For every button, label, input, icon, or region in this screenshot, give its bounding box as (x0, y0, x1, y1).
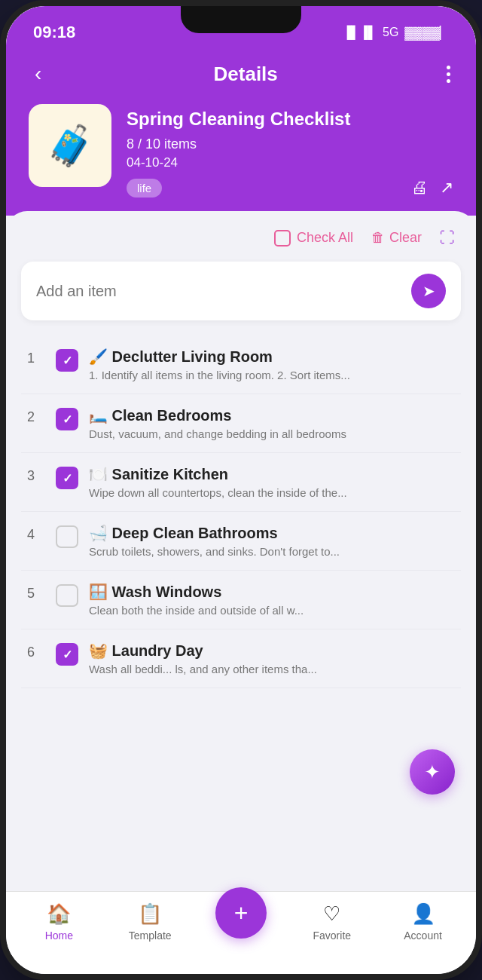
status-icons: ▐▌▐▌ 5G ▓▓▓▓▏ (343, 26, 449, 40)
nav-favorite-label: Favorite (313, 929, 351, 942)
send-icon: ➤ (423, 282, 435, 300)
nav-home-label: Home (45, 929, 73, 942)
add-item-container: ➤ (21, 262, 461, 320)
more-dot (447, 72, 450, 76)
checklist-details: Spring Cleaning Checklist 8 / 10 items 0… (127, 104, 453, 198)
list-item[interactable]: 4 🛁 Deep Clean Bathrooms Scrub toilets, … (21, 512, 461, 571)
clear-label: Clear (389, 230, 422, 246)
item-content: 🛏️ Clean Bedrooms Dust, vacuum, and chan… (89, 406, 455, 440)
checklist-footer: life 🖨 ↗ (127, 178, 453, 198)
status-time: 09:18 (33, 23, 75, 42)
more-button[interactable] (444, 63, 453, 86)
header: ‹ Details 🧳 Spring Cleaning Checklist 8 … (6, 51, 476, 216)
back-button[interactable]: ‹ (29, 59, 47, 89)
signal-icon: ▐▌▐▌ (343, 26, 377, 39)
item-checkbox[interactable]: ✓ (56, 408, 78, 430)
item-content: 🍽️ Sanitize Kitchen Wipe down all counte… (89, 465, 455, 499)
trash-icon: 🗑 (371, 230, 385, 246)
item-number: 1 (27, 351, 45, 366)
item-desc: Clean both the inside and outside of all… (89, 604, 360, 617)
item-number: 6 (27, 645, 45, 660)
nav-favorite[interactable]: ♡ Favorite (302, 902, 362, 942)
nav-template[interactable]: 📋 Template (120, 902, 180, 942)
item-title: 🛏️ Clean Bedrooms (89, 406, 455, 424)
sparkle-fab-button[interactable]: ✦ (410, 749, 455, 795)
add-icon: + (234, 899, 249, 927)
item-checkbox[interactable]: ✓ (56, 643, 78, 666)
home-icon: 🏠 (47, 902, 71, 926)
send-button[interactable]: ➤ (411, 274, 446, 308)
item-number: 3 (27, 468, 45, 484)
list-item[interactable]: 5 🪟 Wash Windows Clean both the inside a… (21, 571, 461, 629)
header-top: ‹ Details (29, 59, 453, 89)
list-item[interactable]: 6 ✓ 🧺 Laundry Day Wash all beddi... ls, … (21, 629, 461, 688)
network-type: 5G (383, 26, 398, 39)
nav-add[interactable]: + (211, 902, 271, 939)
notch (181, 6, 301, 33)
item-desc: Dust, vacuum, and change bedding in all … (89, 427, 360, 440)
checklist-date: 04-10-24 (127, 155, 453, 170)
tag-badge[interactable]: life (127, 179, 162, 198)
item-number: 5 (27, 586, 45, 602)
add-fab-button[interactable]: + (215, 887, 267, 939)
toolbar: Check All 🗑 Clear ⛶ (21, 226, 461, 250)
items-list: 1 ✓ 🖌️ Declutter Living Room 1. Identify… (21, 335, 461, 688)
item-title: 🖌️ Declutter Living Room (89, 348, 455, 366)
checkmark-icon: ✓ (63, 471, 72, 485)
clear-button[interactable]: 🗑 Clear (371, 230, 422, 246)
check-all-button[interactable]: Check All (274, 230, 353, 247)
list-item[interactable]: 2 ✓ 🛏️ Clean Bedrooms Dust, vacuum, and … (21, 394, 461, 453)
item-desc: Wash all beddi... ls, and any other item… (89, 663, 360, 675)
item-checkbox[interactable] (56, 525, 78, 548)
item-checkbox[interactable]: ✓ (56, 467, 78, 489)
item-desc: 1. Identify all items in the living room… (89, 369, 360, 381)
main-content: Check All 🗑 Clear ⛶ ➤ 1 ✓ 🖌️ De (6, 211, 476, 893)
bottom-nav: 🏠 Home 📋 Template + ♡ Favorite 👤 Account (6, 891, 476, 974)
header-actions: 🖨 ↗ (411, 178, 453, 198)
item-number: 4 (27, 527, 45, 543)
print-icon[interactable]: 🖨 (411, 178, 428, 198)
checkmark-icon: ✓ (63, 412, 72, 427)
item-number: 2 (27, 409, 45, 425)
checklist-info: 🧳 Spring Cleaning Checklist 8 / 10 items… (29, 104, 453, 198)
template-icon: 📋 (138, 902, 162, 926)
nav-template-label: Template (129, 929, 172, 942)
nav-account[interactable]: 👤 Account (393, 902, 453, 942)
list-item[interactable]: 3 ✓ 🍽️ Sanitize Kitchen Wipe down all co… (21, 453, 461, 512)
share-icon[interactable]: ↗ (440, 178, 453, 198)
item-title: 🍽️ Sanitize Kitchen (89, 465, 455, 483)
item-content: 🪟 Wash Windows Clean both the inside and… (89, 583, 455, 617)
nav-account-label: Account (404, 929, 442, 942)
more-dot (447, 66, 450, 69)
item-checkbox[interactable] (56, 584, 78, 607)
checklist-image: 🧳 (29, 104, 111, 187)
checklist-art: 🧳 (46, 126, 95, 165)
battery-icon: ▓▓▓▓▏ (404, 26, 449, 40)
item-title: 🛁 Deep Clean Bathrooms (89, 524, 455, 542)
more-dot (447, 79, 450, 83)
list-item[interactable]: 1 ✓ 🖌️ Declutter Living Room 1. Identify… (21, 335, 461, 394)
account-icon: 👤 (411, 902, 435, 926)
item-title: 🧺 Laundry Day (89, 642, 455, 660)
sparkle-icon: ✦ (424, 761, 441, 784)
add-item-input[interactable] (36, 283, 411, 300)
favorite-icon: ♡ (323, 902, 340, 926)
item-content: 🧺 Laundry Day Wash all beddi... ls, and … (89, 642, 455, 675)
item-checkbox[interactable]: ✓ (56, 349, 78, 372)
check-all-icon (274, 230, 291, 247)
expand-button[interactable]: ⛶ (440, 229, 455, 247)
item-desc: Wipe down all countertops, clean the ins… (89, 486, 360, 499)
nav-home[interactable]: 🏠 Home (29, 902, 89, 942)
page-title: Details (214, 63, 278, 86)
checklist-name: Spring Cleaning Checklist (127, 107, 453, 130)
item-content: 🖌️ Declutter Living Room 1. Identify all… (89, 348, 455, 381)
item-desc: Scrub toilets, showers, and sinks. Don't… (89, 545, 360, 558)
item-title: 🪟 Wash Windows (89, 583, 455, 601)
checkmark-icon: ✓ (63, 648, 72, 662)
item-content: 🛁 Deep Clean Bathrooms Scrub toilets, sh… (89, 524, 455, 558)
checklist-progress: 8 / 10 items (127, 136, 453, 152)
check-all-label: Check All (297, 230, 353, 246)
checkmark-icon: ✓ (63, 354, 72, 368)
